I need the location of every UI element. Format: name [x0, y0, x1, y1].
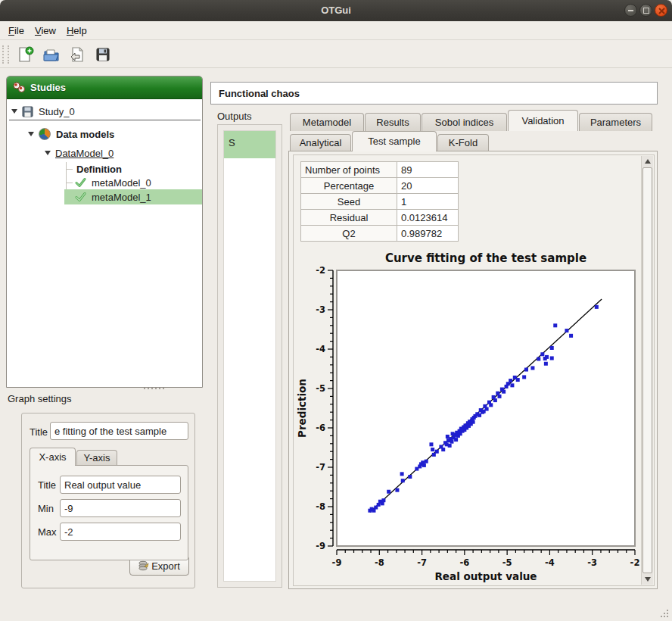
tab-parameters[interactable]: Parameters: [579, 113, 652, 131]
tree-item-label: metaModel_0: [92, 177, 151, 189]
scrollbar-thumb[interactable]: [642, 167, 652, 573]
outputs-panel: S: [217, 124, 282, 588]
tree-item-label: metaModel_1: [92, 192, 151, 203]
svg-text:-2: -2: [316, 265, 325, 276]
tree-item-label: DataModel_0: [55, 148, 114, 159]
arrow-up-icon: [645, 159, 651, 164]
import-script-button[interactable]: [65, 43, 89, 66]
export-icon: [138, 560, 149, 571]
menu-file[interactable]: File: [3, 23, 30, 39]
svg-text:-8: -8: [316, 501, 325, 512]
validation-pane: Number of points89 Percentage20 Seed1 Re…: [288, 151, 658, 589]
table-row: Q20.989782: [301, 226, 459, 242]
study-separator: [9, 120, 201, 120]
axis-max-input[interactable]: [60, 523, 181, 541]
axis-min-label: Min: [38, 503, 54, 514]
svg-text:-9: -9: [316, 541, 325, 551]
svg-text:-5: -5: [502, 557, 512, 568]
svg-text:-6: -6: [316, 423, 325, 433]
expand-arrow-icon[interactable]: [45, 151, 51, 155]
scroll-area: Number of points89 Percentage20 Seed1 Re…: [293, 154, 655, 586]
splitter-handle[interactable]: [144, 388, 145, 389]
output-item-s[interactable]: S: [224, 131, 275, 158]
maximize-button[interactable]: [639, 4, 652, 17]
axis-title-input[interactable]: [60, 476, 181, 494]
check-icon: [75, 192, 86, 202]
scroll-up-button[interactable]: [642, 156, 653, 167]
save-icon: [95, 46, 111, 63]
svg-text:-9: -9: [332, 557, 342, 568]
floppy-icon: [22, 106, 33, 117]
expand-arrow-icon[interactable]: [28, 132, 34, 136]
tree-item-datamodel-0[interactable]: DataModel_0: [45, 145, 114, 161]
close-button[interactable]: [655, 4, 667, 17]
check-icon: [75, 177, 86, 188]
tab-metamodel[interactable]: Metamodel: [290, 113, 364, 131]
table-row: Number of points89: [301, 162, 459, 178]
svg-text:-5: -5: [316, 383, 325, 394]
menu-help[interactable]: Help: [61, 23, 92, 39]
graph-settings-panel: Title X-axis Y-axis Title Min Max Export: [21, 413, 195, 588]
titlebar[interactable]: OTGui: [0, 0, 672, 22]
scroll-down-button[interactable]: [642, 574, 653, 585]
expand-arrow-icon[interactable]: [11, 109, 17, 114]
minimize-button[interactable]: [624, 4, 637, 17]
tree-guide-line: [66, 169, 73, 170]
axis-min-input[interactable]: [60, 499, 181, 517]
graph-settings-label: Graph settings: [8, 393, 72, 404]
svg-text:-4: -4: [316, 344, 325, 354]
menubar: File View Help: [0, 21, 672, 40]
window-controls: [624, 4, 667, 17]
tree-item-metamodel-0[interactable]: metaModel_0: [75, 175, 151, 190]
tree-item-metamodel-1[interactable]: metaModel_1: [75, 189, 151, 204]
validation-metrics-table: Number of points89 Percentage20 Seed1 Re…: [300, 161, 459, 242]
svg-text:-3: -3: [587, 557, 597, 568]
subtab-analytical[interactable]: Analytical: [290, 134, 351, 151]
vertical-scrollbar[interactable]: [641, 156, 653, 585]
svg-text:-2: -2: [630, 557, 640, 568]
analysis-header: Functional chaos: [210, 82, 658, 105]
graph-title-label: Title: [30, 426, 48, 438]
table-row: Seed1: [301, 194, 459, 210]
tree-item-data-models[interactable]: Data models: [28, 126, 114, 142]
svg-text:Prediction: Prediction: [296, 379, 308, 438]
tree-item-label: Definition: [76, 164, 122, 175]
tab-results[interactable]: Results: [365, 113, 421, 131]
menu-view[interactable]: View: [30, 23, 61, 39]
window-title: OTGui: [0, 5, 672, 16]
svg-text:-8: -8: [375, 557, 384, 568]
tree-item-definition[interactable]: Definition: [76, 161, 122, 176]
studies-header: Studies: [7, 76, 202, 99]
tab-x-axis[interactable]: X-axis: [30, 448, 76, 466]
new-study-button[interactable]: [14, 43, 38, 66]
svg-text:-7: -7: [316, 462, 325, 473]
svg-text:Curve fitting of the test samp: Curve fitting of the test sample: [385, 251, 586, 265]
x-axis-settings-pane: Title Min Max: [30, 465, 188, 560]
folder-open-icon: [42, 45, 61, 64]
tree-item-label: Study_0: [39, 106, 75, 117]
tab-validation[interactable]: Validation: [508, 110, 578, 131]
studies-header-label: Studies: [30, 82, 66, 93]
tab-sobol-indices[interactable]: Sobol indices: [422, 113, 507, 131]
maximize-icon: [643, 8, 649, 14]
graph-title-input[interactable]: [50, 422, 188, 440]
svg-text:-4: -4: [545, 557, 555, 568]
resize-grip[interactable]: [658, 607, 669, 618]
export-button-label: Export: [151, 560, 180, 572]
tab-y-axis[interactable]: Y-axis: [76, 450, 117, 466]
close-icon: [658, 8, 665, 14]
toolbar: [0, 41, 672, 68]
tree-guide-line: [66, 183, 73, 183]
outputs-label: Outputs: [217, 111, 252, 122]
axis-title-label: Title: [38, 479, 56, 491]
tree-item-study-0[interactable]: Study_0: [11, 104, 75, 119]
studies-icon: [13, 82, 26, 93]
subtab-test-sample[interactable]: Test sample: [352, 131, 437, 151]
toolbar-drag-handle[interactable]: [2, 45, 9, 64]
open-study-button[interactable]: [39, 43, 64, 66]
svg-text:Real output value: Real output value: [434, 570, 537, 582]
table-row: Percentage20: [301, 178, 459, 194]
save-study-button[interactable]: [91, 43, 115, 66]
subtab-k-fold[interactable]: K-Fold: [437, 134, 489, 151]
studies-panel: Studies Study_0 Data models DataModel_0 …: [6, 76, 203, 388]
